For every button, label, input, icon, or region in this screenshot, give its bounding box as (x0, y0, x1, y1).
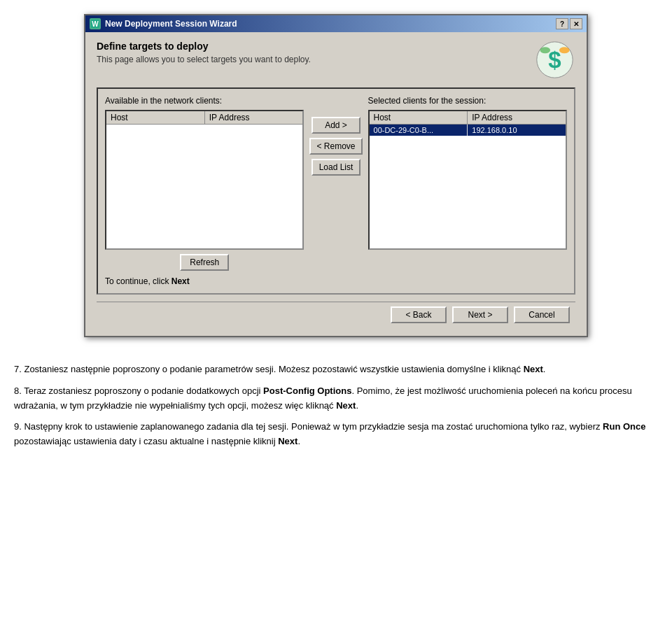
svg-point-5 (559, 47, 569, 53)
wizard-title: Define targets to deploy (97, 41, 311, 52)
title-bar-left: W New Deployment Session Wizard (90, 18, 237, 29)
window-icon: W (90, 18, 101, 29)
two-column-layout: Available in the network clients: Host I… (105, 96, 567, 271)
p7-text: 7. Zostaniesz następnie poproszony o pod… (14, 364, 524, 374)
help-button[interactable]: ? (556, 18, 568, 29)
paragraph-7: 7. Zostaniesz następnie poproszony o pod… (14, 362, 658, 377)
selected-list-header: Host IP Address (370, 111, 566, 125)
p9-suffix: . (298, 436, 300, 446)
svg-point-4 (540, 47, 550, 53)
selected-ip-header: IP Address (468, 111, 566, 124)
below-text: 7. Zostaniesz następnie poproszony o pod… (0, 351, 672, 467)
title-bar-buttons: ? ✕ (556, 18, 582, 29)
dialog-wrapper: W New Deployment Session Wizard ? ✕ Defi… (0, 0, 672, 351)
middle-buttons: Add > < Remove Load List (309, 96, 362, 176)
available-list-body (106, 125, 302, 243)
dialog-footer: < Back Next > Cancel (97, 302, 575, 327)
p7-suffix: . (543, 364, 546, 374)
p9-text2: pozostawiając ustawienia daty i czasu ak… (14, 436, 278, 446)
next-button[interactable]: Next > (452, 306, 508, 323)
wizard-dialog: W New Deployment Session Wizard ? ✕ Defi… (84, 14, 588, 337)
p8-suffix: . (356, 400, 358, 411)
wizard-subtitle: This page allows you to select targets y… (97, 55, 311, 64)
available-clients-list[interactable]: Host IP Address (105, 110, 304, 250)
p7-bold: Next (524, 364, 543, 374)
svg-text:$: $ (548, 47, 561, 73)
available-list-header: Host IP Address (106, 111, 302, 125)
remove-button[interactable]: < Remove (309, 138, 362, 155)
content-panel: Available in the network clients: Host I… (97, 87, 575, 295)
p8-bold2: Next (336, 400, 356, 411)
selected-list-row[interactable]: 00-DC-29-C0-B... 192.168.0.10 (370, 125, 566, 136)
load-list-button[interactable]: Load List (312, 159, 360, 176)
left-panel-label: Available in the network clients: (105, 96, 304, 106)
selected-host-cell: 00-DC-29-C0-B... (370, 125, 468, 136)
paragraph-9: 9. Następny krok to ustawienie zaplanowa… (14, 420, 658, 449)
dialog-body: Define targets to deploy This page allow… (85, 32, 587, 336)
p8-bold1: Post-Config Options (263, 386, 351, 396)
selected-list-body: 00-DC-29-C0-B... 192.168.0.10 (370, 125, 566, 243)
wizard-logo: $ (533, 41, 575, 79)
selected-ip-cell: 192.168.0.10 (468, 125, 566, 136)
available-ip-header: IP Address (205, 111, 303, 124)
wizard-header-text: Define targets to deploy This page allow… (97, 41, 311, 64)
cancel-button[interactable]: Cancel (514, 306, 570, 323)
available-host-header: Host (106, 111, 205, 124)
right-panel: Selected clients for the session: Host I… (368, 96, 567, 250)
right-panel-label: Selected clients for the session: (368, 96, 567, 106)
p9-text1: 9. Następny krok to ustawienie zaplanowa… (14, 421, 603, 432)
hint-text: To continue, click Next (105, 276, 567, 286)
hint-next-bold: Next (172, 276, 190, 286)
refresh-button[interactable]: Refresh (180, 254, 229, 271)
p8-text1: 8. Teraz zostaniesz poproszony o podanie… (14, 386, 263, 396)
dialog-title: New Deployment Session Wizard (105, 19, 237, 29)
close-button[interactable]: ✕ (570, 18, 582, 29)
wizard-header: Define targets to deploy This page allow… (97, 41, 575, 79)
p9-bold2: Next (278, 436, 298, 446)
back-button[interactable]: < Back (391, 306, 447, 323)
refresh-row: Refresh (105, 254, 304, 271)
left-panel: Available in the network clients: Host I… (105, 96, 304, 271)
svg-text:W: W (92, 20, 99, 28)
selected-clients-list[interactable]: Host IP Address 00-DC-29-C0-B... 192.168… (368, 110, 567, 250)
p9-bold1: Run Once (603, 421, 645, 432)
add-button[interactable]: Add > (312, 117, 360, 134)
selected-host-header: Host (370, 111, 468, 124)
title-bar: W New Deployment Session Wizard ? ✕ (85, 15, 587, 32)
paragraph-8: 8. Teraz zostaniesz poproszony o podanie… (14, 384, 658, 414)
